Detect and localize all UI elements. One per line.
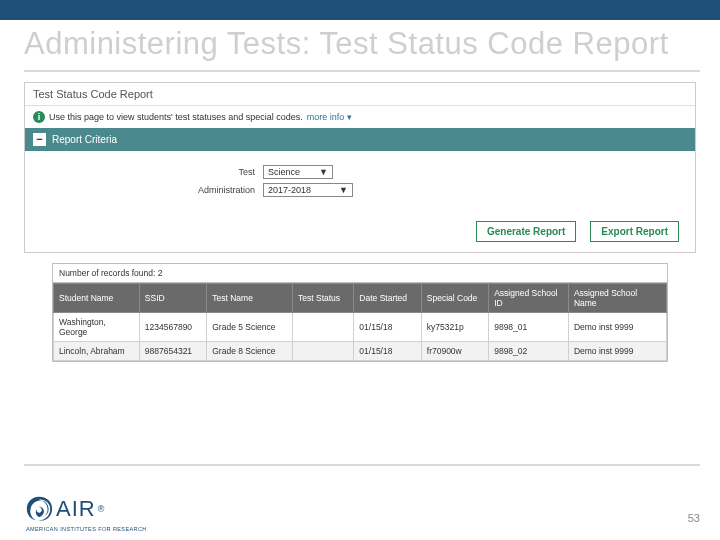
chevron-down-icon: ▼: [339, 185, 348, 195]
slide-top-bar: [0, 0, 720, 20]
logo-tagline: AMERICAN INSTITUTES FOR RESEARCH: [26, 526, 147, 532]
th-student-name[interactable]: Student Name: [54, 283, 140, 312]
table-row: Washington, George 1234567890 Grade 5 Sc…: [54, 312, 667, 341]
administration-select[interactable]: 2017-2018 ▼: [263, 183, 353, 197]
criteria-header[interactable]: − Report Criteria: [25, 128, 695, 151]
collapse-icon[interactable]: −: [33, 133, 46, 146]
page-number: 53: [688, 512, 700, 524]
table-row: Lincoln, Abraham 9887654321 Grade 8 Scie…: [54, 341, 667, 360]
th-test-name[interactable]: Test Name: [207, 283, 293, 312]
cell: [293, 341, 354, 360]
cell: 01/15/18: [354, 341, 421, 360]
table-header-row: Student Name SSID Test Name Test Status …: [54, 283, 667, 312]
cell: Demo inst 9999: [568, 312, 666, 341]
test-select[interactable]: Science ▼: [263, 165, 333, 179]
criteria-body: Test Science ▼ Administration 2017-2018 …: [25, 151, 695, 215]
logo-text: AIR: [56, 496, 96, 522]
th-date-started[interactable]: Date Started: [354, 283, 421, 312]
cell: 9898_01: [489, 312, 569, 341]
export-report-button[interactable]: Export Report: [590, 221, 679, 242]
info-text: Use this page to view students' test sta…: [49, 112, 303, 122]
records-found-label: Number of records found: 2: [53, 264, 667, 283]
report-title: Test Status Code Report: [25, 83, 695, 106]
cell: 9887654321: [139, 341, 206, 360]
info-icon: i: [33, 111, 45, 123]
test-select-value: Science: [268, 167, 300, 177]
cell: Washington, George: [54, 312, 140, 341]
cell: 01/15/18: [354, 312, 421, 341]
chevron-down-icon: ▼: [319, 167, 328, 177]
th-school-id[interactable]: Assigned School ID: [489, 283, 569, 312]
th-special-code[interactable]: Special Code: [421, 283, 488, 312]
results-table: Student Name SSID Test Name Test Status …: [53, 283, 667, 361]
footer-divider: [24, 464, 700, 466]
criteria-header-label: Report Criteria: [52, 134, 117, 145]
cell: 1234567890: [139, 312, 206, 341]
info-row: i Use this page to view students' test s…: [25, 106, 695, 128]
air-logo: AIR ®: [24, 494, 104, 524]
results-table-panel: Number of records found: 2 Student Name …: [52, 263, 668, 362]
administration-select-value: 2017-2018: [268, 185, 311, 195]
cell: 9898_02: [489, 341, 569, 360]
button-row: Generate Report Export Report: [25, 215, 695, 252]
cell: Lincoln, Abraham: [54, 341, 140, 360]
administration-label: Administration: [33, 185, 263, 195]
cell: ky75321p: [421, 312, 488, 341]
cell: Grade 5 Science: [207, 312, 293, 341]
slide-title: Administering Tests: Test Status Code Re…: [0, 20, 720, 70]
cell: Demo inst 9999: [568, 341, 666, 360]
logo-mark-icon: [24, 494, 54, 524]
th-ssid[interactable]: SSID: [139, 283, 206, 312]
cell: Grade 8 Science: [207, 341, 293, 360]
more-info-link[interactable]: more info ▾: [307, 112, 352, 122]
test-label: Test: [33, 167, 263, 177]
th-school-name[interactable]: Assigned School Name: [568, 283, 666, 312]
th-test-status[interactable]: Test Status: [293, 283, 354, 312]
registered-icon: ®: [98, 504, 105, 514]
generate-report-button[interactable]: Generate Report: [476, 221, 576, 242]
report-panel: Test Status Code Report i Use this page …: [24, 82, 696, 253]
cell: [293, 312, 354, 341]
cell: fr70900w: [421, 341, 488, 360]
title-underline: [24, 70, 700, 72]
